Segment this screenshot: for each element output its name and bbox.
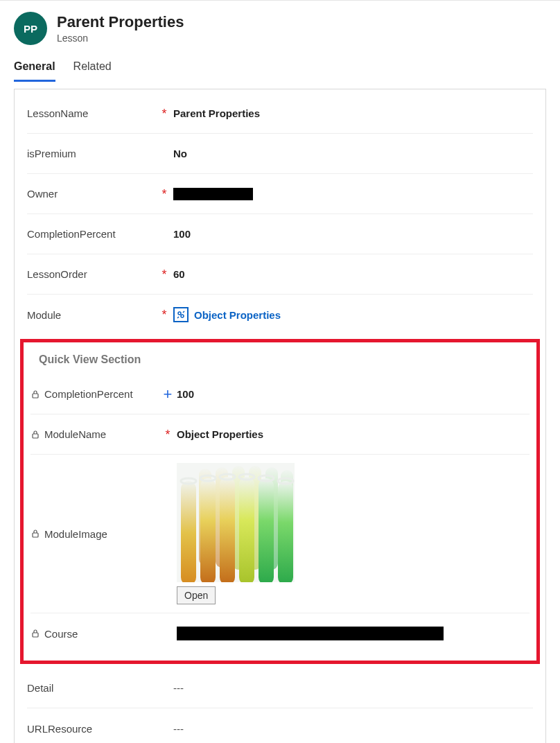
- label-owner: Owner: [27, 188, 155, 200]
- field-module[interactable]: Module * Object Properties: [27, 295, 533, 335]
- value-is-premium[interactable]: No: [173, 148, 533, 159]
- label-url-resource: URLResource: [27, 723, 155, 735]
- required-indicator: *: [155, 188, 173, 200]
- quick-view-section: Quick View Section CompletionPercent + 1…: [20, 339, 540, 664]
- qv-label-module-name: ModuleName: [30, 428, 159, 440]
- redacted-course: [177, 627, 444, 640]
- field-lesson-order[interactable]: LessonOrder * 60: [27, 254, 533, 295]
- qv-field-module-name: ModuleName * Object Properties: [30, 414, 530, 455]
- svg-rect-4: [33, 533, 38, 537]
- value-lesson-order[interactable]: 60: [173, 268, 533, 280]
- qv-value-course: [177, 627, 530, 640]
- svg-point-1: [181, 315, 184, 317]
- svg-rect-24: [33, 633, 38, 637]
- field-lesson-name[interactable]: LessonName * Parent Properties: [27, 94, 533, 134]
- qv-value-module-image: Open: [177, 459, 530, 609]
- module-link-text[interactable]: Object Properties: [194, 309, 281, 321]
- value-lesson-name[interactable]: Parent Properties: [173, 107, 533, 119]
- label-completion-percent: CompletionPercent: [27, 228, 155, 240]
- open-image-button[interactable]: Open: [177, 586, 216, 604]
- tab-related[interactable]: Related: [73, 56, 112, 82]
- svg-rect-16: [259, 478, 274, 582]
- value-url-resource[interactable]: ---: [173, 723, 533, 735]
- qv-label-module-image: ModuleImage: [30, 528, 159, 540]
- svg-rect-2: [33, 394, 38, 398]
- label-lesson-order: LessonOrder: [27, 268, 155, 280]
- qv-field-completion-percent: CompletionPercent + 100: [30, 374, 530, 414]
- field-is-premium[interactable]: isPremium No: [27, 134, 533, 174]
- recommended-indicator: +: [159, 390, 177, 398]
- quick-view-title: Quick View Section: [24, 348, 536, 374]
- qv-field-module-image: ModuleImage: [30, 455, 530, 613]
- qv-field-course: Course: [30, 613, 530, 654]
- label-module: Module: [27, 309, 155, 321]
- value-module[interactable]: Object Properties: [173, 307, 533, 322]
- lock-icon: [30, 390, 40, 399]
- avatar: PP: [14, 12, 47, 45]
- required-indicator: *: [155, 268, 173, 281]
- svg-rect-14: [220, 477, 235, 582]
- qv-value-completion-percent: 100: [177, 388, 530, 400]
- tab-bar: General Related: [0, 51, 560, 82]
- required-indicator: *: [155, 107, 173, 120]
- required-indicator: *: [159, 428, 177, 441]
- label-lesson-name: LessonName: [27, 107, 155, 119]
- entity-type: Lesson: [57, 33, 184, 44]
- lock-icon: [30, 629, 40, 638]
- value-owner[interactable]: [173, 188, 533, 200]
- value-completion-percent[interactable]: 100: [173, 228, 533, 240]
- svg-rect-13: [200, 478, 216, 582]
- svg-point-0: [178, 312, 181, 315]
- qv-label-completion-percent: CompletionPercent: [30, 388, 159, 400]
- required-indicator: *: [155, 308, 173, 321]
- svg-rect-3: [33, 434, 38, 438]
- qv-label-course: Course: [30, 628, 159, 640]
- tab-general[interactable]: General: [14, 56, 55, 82]
- svg-rect-15: [239, 477, 254, 582]
- form-panel: LessonName * Parent Properties isPremium…: [14, 89, 546, 743]
- lock-icon: [30, 529, 40, 539]
- label-detail: Detail: [27, 682, 155, 694]
- record-header: PP Parent Properties Lesson: [0, 1, 560, 51]
- field-detail[interactable]: Detail ---: [27, 668, 533, 708]
- qv-value-module-name: Object Properties: [177, 428, 530, 440]
- module-image: [177, 463, 295, 582]
- svg-rect-12: [181, 481, 196, 582]
- label-is-premium: isPremium: [27, 148, 155, 159]
- redacted-owner: [173, 188, 253, 200]
- page-title: Parent Properties: [57, 13, 184, 31]
- field-owner[interactable]: Owner *: [27, 174, 533, 214]
- svg-rect-17: [278, 481, 293, 582]
- lock-icon: [30, 430, 40, 439]
- module-lookup-icon: [173, 307, 189, 322]
- field-url-resource[interactable]: URLResource ---: [27, 708, 533, 743]
- field-completion-percent[interactable]: CompletionPercent 100: [27, 214, 533, 254]
- value-detail[interactable]: ---: [173, 682, 533, 694]
